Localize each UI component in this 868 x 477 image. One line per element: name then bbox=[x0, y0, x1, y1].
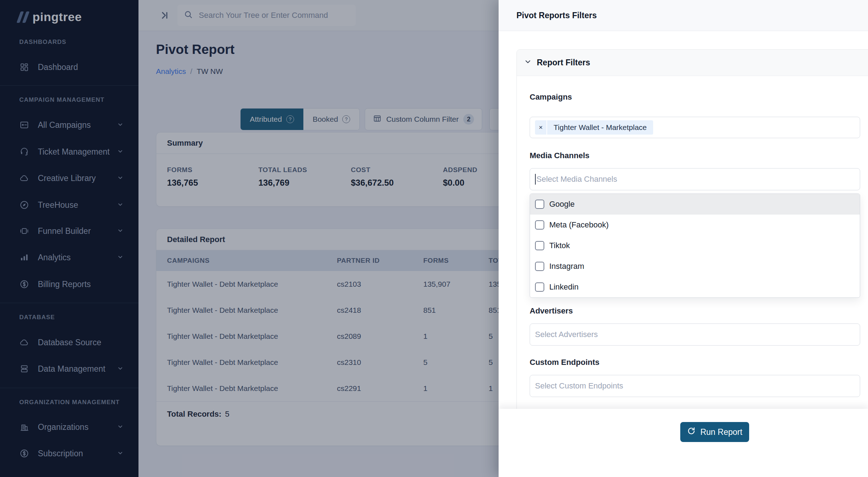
campaign-tag-label: Tighter Wallet - Marketplace bbox=[547, 120, 653, 135]
checkbox-icon[interactable] bbox=[535, 282, 544, 292]
option-label: Linkedin bbox=[549, 282, 579, 292]
drawer-backdrop[interactable] bbox=[0, 0, 499, 477]
checkbox-icon[interactable] bbox=[535, 262, 544, 271]
run-report-button[interactable]: Run Report bbox=[680, 422, 749, 442]
option-label: Google bbox=[549, 200, 575, 209]
drawer-title: Pivot Reports Filters bbox=[516, 11, 597, 20]
option-label: Meta (Facebook) bbox=[549, 220, 609, 230]
option-linkedin[interactable]: Linkedin bbox=[530, 277, 860, 297]
checkbox-icon[interactable] bbox=[535, 241, 544, 250]
option-label: Instagram bbox=[549, 262, 584, 271]
run-report-label: Run Report bbox=[700, 427, 742, 437]
drawer-footer: Run Report bbox=[499, 409, 868, 477]
campaign-tag: × Tighter Wallet - Marketplace bbox=[535, 120, 653, 135]
drawer-header: Pivot Reports Filters bbox=[499, 0, 868, 31]
report-filters-card: Report Filters Campaigns × Tighter Walle… bbox=[516, 49, 868, 422]
remove-tag-button[interactable]: × bbox=[535, 120, 547, 135]
pivot-filters-drawer: Pivot Reports Filters Report Filters Cam… bbox=[499, 0, 868, 477]
custom-endpoints-input[interactable] bbox=[535, 381, 860, 391]
refresh-icon bbox=[687, 427, 696, 437]
custom-endpoints-label: Custom Endpoints bbox=[530, 357, 868, 368]
text-cursor bbox=[535, 174, 536, 185]
campaigns-select[interactable]: × Tighter Wallet - Marketplace bbox=[530, 117, 860, 138]
option-tiktok[interactable]: Tiktok bbox=[530, 235, 860, 256]
media-channels-dropdown: Google Meta (Facebook) Tiktok Instagram bbox=[530, 194, 860, 298]
report-filters-title: Report Filters bbox=[537, 58, 590, 67]
media-channels-input[interactable] bbox=[536, 175, 860, 184]
option-google[interactable]: Google bbox=[530, 194, 860, 215]
media-channels-field bbox=[530, 168, 860, 190]
custom-endpoints-field bbox=[530, 375, 860, 397]
checkbox-icon[interactable] bbox=[535, 220, 544, 230]
option-meta-facebook[interactable]: Meta (Facebook) bbox=[530, 215, 860, 235]
campaigns-label: Campaigns bbox=[530, 92, 868, 102]
advertisers-field bbox=[530, 323, 860, 346]
advertisers-label: Advertisers bbox=[530, 306, 868, 316]
chevron-down-icon bbox=[524, 58, 537, 68]
media-channels-label: Media Channels bbox=[530, 150, 868, 161]
advertisers-input[interactable] bbox=[535, 330, 860, 339]
report-filters-body: Campaigns × Tighter Wallet - Marketplace… bbox=[517, 76, 868, 421]
checkbox-icon[interactable] bbox=[535, 200, 544, 209]
option-label: Tiktok bbox=[549, 241, 570, 250]
option-instagram[interactable]: Instagram bbox=[530, 256, 860, 277]
report-filters-toggle[interactable]: Report Filters bbox=[517, 50, 868, 76]
